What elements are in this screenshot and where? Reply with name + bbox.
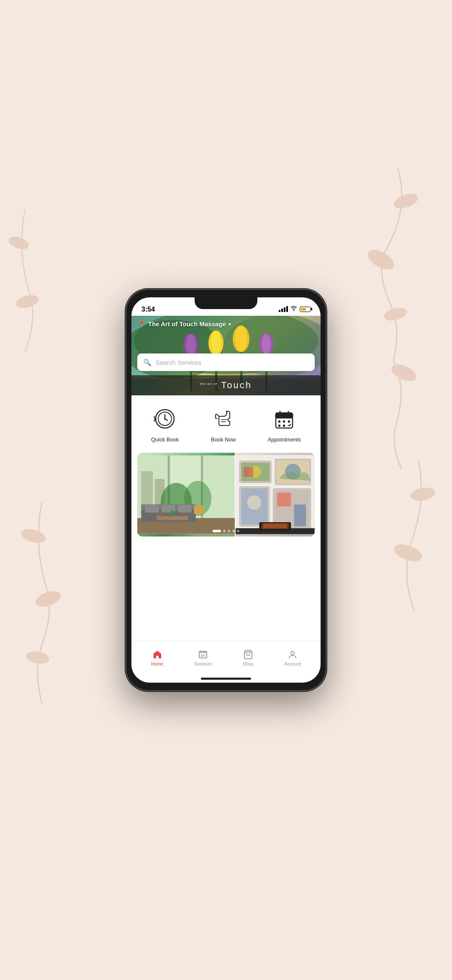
logo-main: Touch	[221, 380, 252, 390]
quick-book-icon	[153, 407, 177, 431]
svg-point-103	[291, 651, 294, 655]
svg-rect-49	[288, 420, 290, 423]
status-icons	[279, 305, 311, 313]
carousel-section	[131, 449, 321, 543]
svg-rect-51	[283, 425, 285, 427]
nav-shop[interactable]: Shop	[236, 646, 260, 670]
svg-point-8	[25, 650, 50, 665]
battery-fill	[301, 308, 306, 311]
search-icon: 🔍	[143, 358, 152, 366]
scroll-content: Quick Book	[131, 395, 321, 641]
shop-icon	[243, 650, 253, 660]
book-now-button[interactable]: Book Now	[210, 405, 236, 443]
quick-book-button[interactable]: Quick Book	[151, 405, 179, 443]
nav-home[interactable]: Home	[144, 646, 170, 670]
svg-point-40	[164, 418, 166, 420]
svg-rect-91	[294, 505, 306, 526]
svg-point-21	[211, 331, 221, 355]
svg-rect-47	[278, 420, 280, 423]
svg-point-10	[14, 293, 40, 310]
carousel-dot-2	[228, 530, 230, 532]
location-name: The Art of Touch Massage	[148, 320, 226, 328]
svg-point-4	[409, 486, 436, 503]
bottom-nav: Home Services	[131, 641, 321, 674]
svg-point-86	[247, 495, 262, 510]
svg-rect-48	[283, 420, 285, 423]
status-time: 3:54	[141, 306, 155, 313]
nav-home-label: Home	[151, 661, 163, 666]
book-now-icon	[211, 407, 235, 431]
carousel-dot-0	[213, 530, 221, 532]
carousel-dots	[137, 530, 315, 532]
svg-point-23	[235, 326, 247, 351]
services-icon	[198, 650, 208, 660]
home-icon	[152, 650, 162, 660]
account-icon	[288, 650, 298, 660]
carousel-image-right	[235, 453, 315, 536]
svg-rect-65	[145, 505, 159, 513]
svg-point-7	[33, 588, 63, 610]
quick-actions: Quick Book	[131, 395, 321, 449]
svg-point-3	[389, 361, 419, 384]
svg-rect-95	[263, 524, 287, 528]
book-now-label: Book Now	[211, 436, 236, 443]
carousel-container[interactable]	[137, 453, 315, 536]
notch	[195, 297, 257, 309]
appointments-icon	[272, 407, 296, 431]
home-bar	[201, 678, 251, 680]
svg-point-71	[170, 510, 175, 516]
svg-rect-50	[278, 425, 280, 427]
svg-point-5	[392, 541, 424, 565]
svg-rect-72	[194, 505, 203, 514]
location-chevron-icon: ▾	[229, 321, 231, 327]
phone-screen: 3:54	[131, 297, 321, 683]
phone-shell: 3:54	[126, 289, 326, 691]
nav-account-label: Account	[284, 661, 301, 666]
battery-icon	[300, 307, 311, 312]
quick-book-label: Quick Book	[151, 436, 179, 443]
svg-rect-78	[244, 467, 254, 477]
search-bar[interactable]: 🔍 Search Services	[137, 353, 315, 371]
hero-image: 📍 The Art of Touch Massage ▾ 🔍 Search Se…	[131, 316, 321, 395]
svg-rect-68	[157, 516, 188, 520]
svg-rect-90	[277, 493, 291, 506]
svg-rect-67	[178, 505, 192, 513]
carousel-image-left	[137, 453, 235, 536]
svg-point-6	[20, 527, 47, 546]
hero-section: 📍 The Art of Touch Massage ▾ 🔍 Search Se…	[131, 316, 321, 395]
svg-point-9	[7, 234, 31, 252]
hero-logo-bar: the art of Touch	[131, 375, 321, 395]
location-pin-icon: 📍	[137, 320, 146, 328]
svg-rect-44	[276, 413, 293, 418]
carousel-dot-4	[237, 530, 239, 532]
carousel-dot-3	[232, 530, 235, 532]
appointments-label: Appointments	[267, 436, 301, 443]
appointments-button[interactable]: Appointments	[267, 405, 301, 443]
hero-logo: the art of Touch	[200, 380, 252, 391]
location-bar[interactable]: 📍 The Art of Touch Massage ▾	[137, 320, 231, 328]
wifi-icon	[290, 305, 297, 313]
logo-prefix: the art of	[200, 382, 218, 386]
svg-rect-70	[183, 513, 186, 516]
appointments-icon-wrap	[271, 405, 298, 432]
nav-services-label: Services	[194, 661, 212, 666]
svg-rect-69	[159, 513, 162, 516]
svg-rect-97	[199, 651, 207, 653]
carousel-dot-1	[223, 530, 226, 532]
svg-point-0	[392, 191, 420, 211]
home-indicator	[131, 674, 321, 683]
svg-point-11	[293, 310, 294, 311]
content-spacer	[131, 543, 321, 577]
svg-point-1	[365, 246, 398, 273]
svg-point-25	[186, 334, 196, 356]
nav-account[interactable]: Account	[277, 646, 308, 670]
nav-shop-label: Shop	[243, 661, 254, 666]
nav-services[interactable]: Services	[187, 646, 218, 670]
search-placeholder: Search Services	[156, 359, 201, 366]
signal-icon	[279, 306, 288, 312]
quick-book-icon-wrap	[152, 405, 178, 432]
carousel-images	[137, 453, 315, 536]
book-now-icon-wrap	[210, 405, 236, 432]
svg-point-27	[262, 334, 271, 355]
